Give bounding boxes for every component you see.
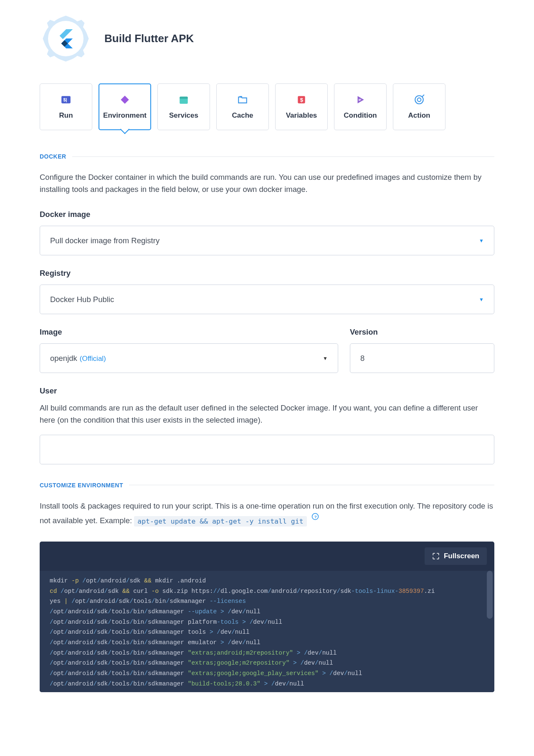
tab-run[interactable]: $| Run	[40, 83, 92, 130]
section-custom: CUSTOMIZE ENVIRONMENT	[40, 482, 123, 489]
svg-point-10	[418, 98, 421, 102]
docker-image-label: Docker image	[40, 210, 494, 219]
tab-label: Environment	[103, 111, 147, 120]
tab-environment[interactable]: Environment	[99, 83, 151, 130]
diamond-icon	[119, 94, 131, 106]
box-icon	[178, 94, 190, 106]
example-code: apt-get update && apt-get -y install git	[134, 516, 306, 527]
select-value: openjdk(Official)	[50, 354, 106, 363]
version-input[interactable]	[350, 343, 494, 373]
play-icon: IF	[354, 94, 366, 106]
tab-label: Run	[59, 111, 73, 120]
tab-condition[interactable]: IF Condition	[334, 83, 387, 130]
fullscreen-icon	[432, 552, 440, 560]
tab-action[interactable]: Action	[393, 83, 445, 130]
tab-cache[interactable]: Cache	[216, 83, 269, 130]
user-input[interactable]	[40, 435, 494, 464]
tab-label: Condition	[344, 111, 377, 120]
code-editor[interactable]: Fullscreen mkdir -p /opt/android/sdk && …	[40, 542, 494, 692]
svg-rect-4	[180, 96, 188, 98]
custom-desc: Install tools & packages required to run…	[40, 500, 494, 527]
fullscreen-button[interactable]: Fullscreen	[425, 547, 487, 565]
tab-label: Action	[408, 111, 430, 120]
chevron-down-icon: ▼	[479, 238, 484, 244]
terminal-icon: $|	[60, 94, 72, 106]
chevron-down-icon: ▼	[479, 297, 484, 302]
svg-rect-5	[239, 96, 242, 97]
help-icon[interactable]: ?	[311, 512, 319, 524]
svg-text:?: ?	[314, 514, 317, 519]
chevron-down-icon: ▼	[323, 355, 328, 361]
section-docker: DOCKER	[40, 153, 66, 160]
select-value: Docker Hub Public	[50, 295, 114, 304]
page-title: Build Flutter APK	[104, 32, 194, 45]
image-select[interactable]: openjdk(Official) ▼	[40, 343, 338, 373]
registry-select[interactable]: Docker Hub Public ▼	[40, 285, 494, 314]
user-label: User	[40, 386, 494, 396]
folder-icon	[237, 94, 248, 106]
docker-image-select[interactable]: Pull docker image from Registry ▼	[40, 226, 494, 255]
tab-label: Services	[169, 111, 198, 120]
tab-services[interactable]: Services	[157, 83, 210, 130]
select-value: Pull docker image from Registry	[50, 236, 159, 245]
tab-label: Cache	[232, 111, 253, 120]
divider	[72, 156, 494, 157]
svg-text:IF: IF	[359, 98, 362, 102]
dollar-icon: $	[296, 94, 307, 106]
tabs: $| Run Environment Services Cache $ Vari…	[40, 83, 494, 130]
registry-label: Registry	[40, 269, 494, 278]
version-label: Version	[350, 328, 494, 337]
docker-desc: Configure the Docker container in which …	[40, 171, 494, 195]
scrollbar[interactable]	[487, 571, 493, 690]
app-icon	[40, 13, 92, 65]
image-label: Image	[40, 328, 338, 337]
target-icon	[413, 94, 425, 106]
svg-text:$: $	[300, 97, 304, 103]
svg-line-11	[422, 95, 424, 97]
tab-variables[interactable]: $ Variables	[275, 83, 328, 130]
svg-point-0	[48, 21, 84, 56]
code-body[interactable]: mkdir -p /opt/android/sdk && mkdir .andr…	[40, 571, 494, 692]
divider	[129, 485, 494, 485]
tab-label: Variables	[286, 111, 317, 120]
svg-text:$|: $|	[63, 97, 67, 102]
user-desc: All build commands are run as the defaul…	[40, 402, 494, 426]
